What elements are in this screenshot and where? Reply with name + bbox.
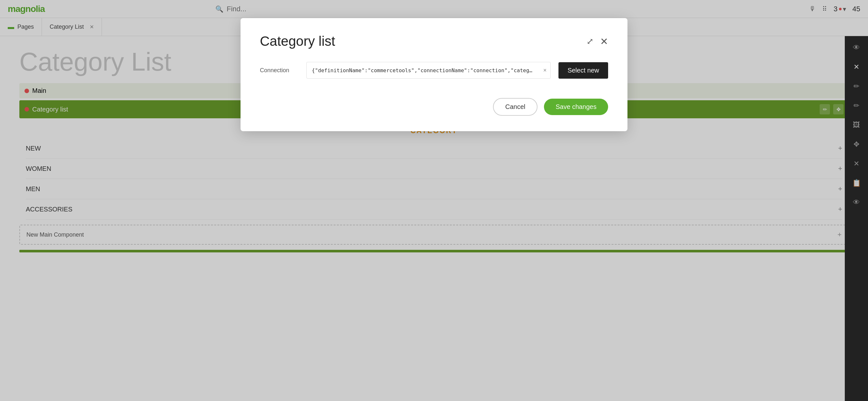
clear-connection-button[interactable]: × [539,67,551,74]
connection-value: {"definitionName":"commercetools","conne… [307,67,539,73]
save-changes-button[interactable]: Save changes [544,99,608,115]
modal-header: Category list ⤢ ✕ [260,33,608,49]
modal-dialog: Category list ⤢ ✕ Connection {"definitio… [241,18,627,131]
modal-title: Category list [260,33,335,49]
modal-overlay: Category list ⤢ ✕ Connection {"definitio… [0,0,868,401]
connection-label: Connection [260,67,299,74]
modal-footer: Cancel Save changes [260,98,608,116]
modal-close-button[interactable]: ✕ [600,36,608,47]
form-row: Connection {"definitionName":"commerceto… [260,62,608,79]
modal-header-actions: ⤢ ✕ [587,36,608,47]
select-new-button[interactable]: Select new [558,62,608,79]
modal-expand-button[interactable]: ⤢ [587,36,594,47]
cancel-button[interactable]: Cancel [493,98,537,116]
connection-field-wrap: {"definitionName":"commercetools","conne… [306,62,551,79]
